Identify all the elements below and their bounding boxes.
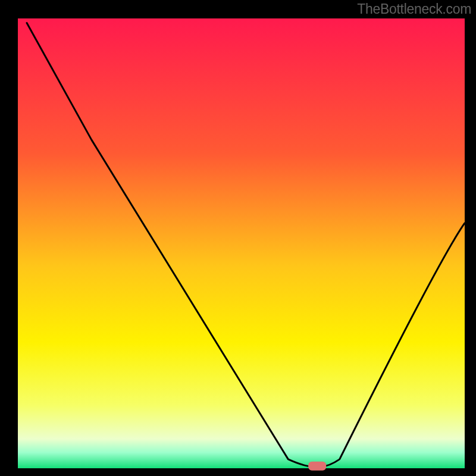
minimum-marker — [308, 462, 326, 471]
bottleneck-plot — [0, 0, 476, 476]
watermark-text: TheBottleneck.com — [357, 1, 471, 17]
plot-background — [18, 18, 465, 468]
chart-container: TheBottleneck.com — [0, 0, 476, 476]
